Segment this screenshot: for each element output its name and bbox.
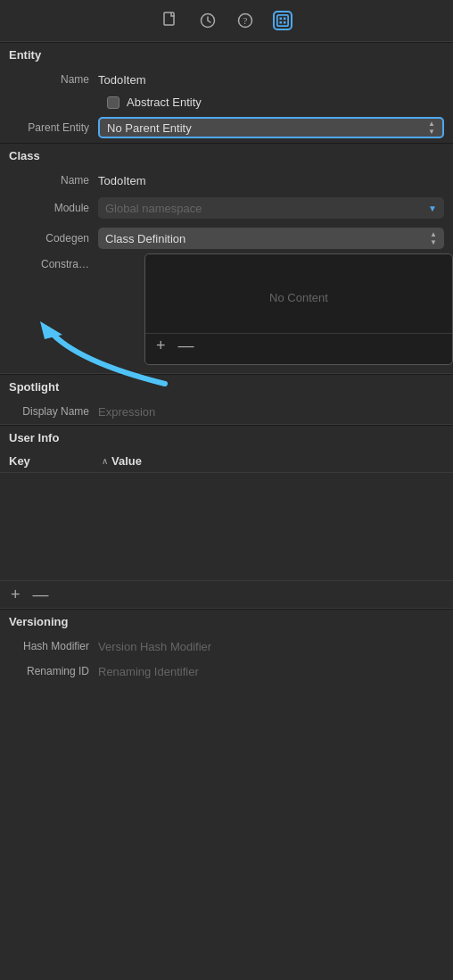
- value-column-header: Value: [111, 454, 142, 468]
- toolbar: ?: [0, 0, 453, 42]
- remove-user-info-button[interactable]: —: [31, 586, 51, 602]
- svg-rect-8: [284, 21, 286, 24]
- abstract-entity-label: Abstract Entity: [127, 96, 444, 109]
- entity-section-header: Entity: [0, 42, 453, 67]
- parent-entity-row: Parent Entity No Parent Entity ▲ ▼: [0, 112, 453, 143]
- class-section-header: Class: [0, 143, 453, 168]
- document-icon[interactable]: [161, 11, 180, 30]
- display-name-row: Display Name: [0, 399, 453, 424]
- user-info-section-header: User Info: [0, 425, 453, 450]
- history-icon[interactable]: [198, 11, 218, 30]
- module-label: Module: [9, 202, 98, 214]
- hash-modifier-label: Hash Modifier: [9, 640, 98, 652]
- key-column-header: Key: [9, 454, 98, 468]
- display-name-input[interactable]: [98, 405, 444, 419]
- no-content-area: No Content: [145, 262, 452, 333]
- module-select[interactable]: Global namespace ▼: [98, 197, 444, 219]
- hash-modifier-row: Hash Modifier: [0, 634, 453, 659]
- renaming-id-row: Renaming ID: [0, 659, 453, 684]
- constraints-section: Constra… No Content + —: [0, 253, 453, 275]
- add-user-info-button[interactable]: +: [9, 586, 22, 602]
- versioning-section-header: Versioning: [0, 609, 453, 634]
- renaming-id-label: Renaming ID: [9, 665, 98, 677]
- renaming-id-input[interactable]: [98, 665, 444, 678]
- svg-rect-7: [280, 21, 283, 24]
- user-info-actions: + —: [0, 580, 453, 608]
- codegen-label: Codegen: [9, 232, 98, 245]
- user-info-body: [0, 473, 453, 580]
- hash-modifier-input[interactable]: [98, 640, 444, 653]
- svg-rect-0: [164, 12, 174, 25]
- parent-entity-arrows: ▲ ▼: [428, 120, 435, 136]
- add-constraint-button[interactable]: +: [154, 337, 168, 353]
- class-name-row: Name TodoItem: [0, 168, 453, 193]
- display-name-label: Display Name: [9, 405, 98, 418]
- class-name-label: Name: [9, 174, 98, 187]
- svg-rect-5: [280, 18, 283, 21]
- remove-constraint-button[interactable]: —: [177, 337, 196, 353]
- module-row: Module Global namespace ▼: [0, 193, 453, 223]
- constraints-label: Constra…: [9, 258, 98, 270]
- codegen-select[interactable]: Class Definition ▲ ▼: [98, 228, 444, 249]
- codegen-row: Codegen Class Definition ▲ ▼: [0, 223, 453, 253]
- codegen-value: Class Definition: [105, 232, 430, 245]
- entity-name-label: Name: [9, 73, 98, 86]
- constraints-dropdown[interactable]: No Content + —: [144, 253, 453, 365]
- abstract-entity-row: Abstract Entity: [0, 92, 453, 112]
- svg-rect-6: [284, 18, 286, 21]
- svg-marker-9: [40, 321, 62, 339]
- spotlight-section-header: Spotlight: [0, 374, 453, 399]
- parent-entity-label: Parent Entity: [9, 121, 98, 134]
- entity-name-value[interactable]: TodoItem: [98, 73, 444, 87]
- parent-entity-value: No Parent Entity: [107, 121, 428, 135]
- entity-name-row: Name TodoItem: [0, 67, 453, 92]
- user-info-table-header: Key ∧ Value: [0, 450, 453, 473]
- svg-text:?: ?: [243, 15, 248, 26]
- sort-arrow-icon[interactable]: ∧: [102, 456, 108, 466]
- no-content-label: No Content: [269, 291, 328, 304]
- inspector-icon[interactable]: [273, 11, 292, 30]
- parent-entity-select[interactable]: No Parent Entity ▲ ▼: [98, 117, 444, 138]
- help-icon[interactable]: ?: [235, 11, 255, 30]
- module-placeholder: Global namespace: [105, 202, 428, 215]
- svg-rect-4: [277, 15, 288, 26]
- codegen-arrows: ▲ ▼: [430, 231, 437, 246]
- dropdown-footer: + —: [145, 333, 452, 357]
- chevron-down-icon: ▼: [428, 203, 437, 213]
- class-name-value[interactable]: TodoItem: [98, 174, 444, 187]
- abstract-entity-checkbox[interactable]: [107, 96, 119, 109]
